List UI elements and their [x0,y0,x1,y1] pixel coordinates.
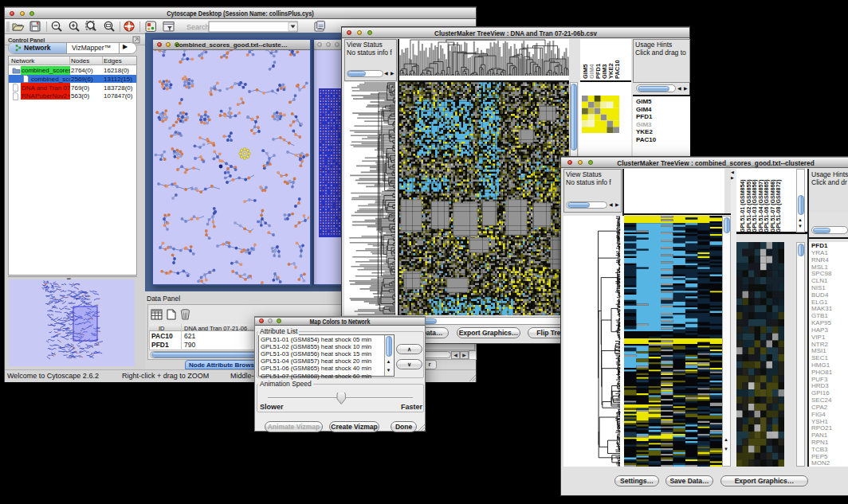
svg-text:GPL51-08 (GSM872): GPL51-08 (GSM872) [775,179,782,232]
svg-text:PAC10: PAC10 [614,60,621,79]
svg-text:Search:: Search: [186,23,211,31]
